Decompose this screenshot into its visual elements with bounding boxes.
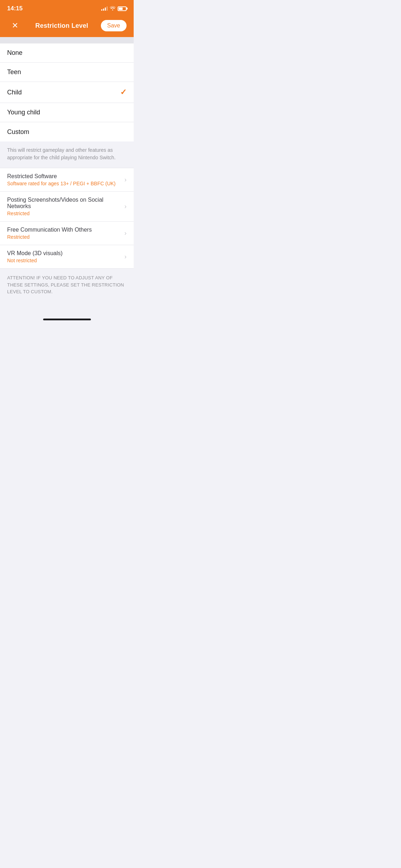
settings-item-free-communication-title: Free Communication With Others (7, 227, 121, 233)
description-box: This will restrict gameplay and other fe… (0, 141, 134, 168)
battery-icon (118, 6, 127, 11)
list-item-none-label: None (7, 49, 22, 57)
status-icons (101, 6, 127, 11)
attention-text: ATTENTION! If you need to adjust any of … (7, 274, 127, 295)
settings-item-vr-mode-content: VR Mode (3D visuals) Not restricted (7, 250, 121, 263)
settings-item-posting-screenshots-title: Posting Screenshots/Videos on Social Net… (7, 197, 121, 210)
settings-item-vr-mode[interactable]: VR Mode (3D visuals) Not restricted › (0, 245, 134, 269)
top-separator (0, 37, 134, 43)
list-item-young-child[interactable]: Young child (0, 103, 134, 122)
page-title: Restriction Level (35, 22, 88, 30)
settings-item-restricted-software-title: Restricted Software (7, 173, 121, 180)
list-item-custom[interactable]: Custom (0, 122, 134, 141)
settings-item-posting-screenshots-subtitle: Restricted (7, 211, 121, 216)
signal-icon (101, 6, 108, 11)
checkmark-icon: ✓ (120, 88, 127, 97)
settings-item-restricted-software-content: Restricted Software Software rated for a… (7, 173, 121, 186)
save-button[interactable]: Save (101, 20, 127, 31)
list-item-custom-label: Custom (7, 128, 29, 136)
settings-item-vr-mode-subtitle: Not restricted (7, 258, 121, 263)
settings-item-free-communication-content: Free Communication With Others Restricte… (7, 227, 121, 240)
home-indicator-area (0, 303, 134, 324)
chevron-icon: › (124, 229, 127, 237)
status-time: 14:15 (7, 5, 22, 12)
chevron-icon: › (124, 253, 127, 260)
list-item-child[interactable]: Child ✓ (0, 82, 134, 103)
close-button[interactable]: ✕ (7, 18, 23, 33)
list-item-child-label: Child (7, 89, 22, 96)
settings-item-restricted-software[interactable]: Restricted Software Software rated for a… (0, 168, 134, 192)
restriction-level-list: None Teen Child ✓ Young child Custom (0, 43, 134, 141)
settings-item-restricted-software-subtitle: Software rated for ages 13+ / PEGI + BBF… (7, 181, 121, 186)
attention-box: ATTENTION! If you need to adjust any of … (0, 269, 134, 303)
list-item-none[interactable]: None (0, 43, 134, 63)
list-item-young-child-label: Young child (7, 109, 40, 116)
chevron-icon: › (124, 203, 127, 210)
list-item-teen[interactable]: Teen (0, 63, 134, 82)
nav-bar: ✕ Restriction Level Save (0, 16, 134, 37)
settings-item-free-communication[interactable]: Free Communication With Others Restricte… (0, 222, 134, 245)
home-indicator (43, 319, 91, 320)
settings-item-posting-screenshots-content: Posting Screenshots/Videos on Social Net… (7, 197, 121, 216)
settings-item-free-communication-subtitle: Restricted (7, 234, 121, 240)
wifi-icon (110, 6, 115, 11)
settings-item-posting-screenshots[interactable]: Posting Screenshots/Videos on Social Net… (0, 192, 134, 222)
description-text: This will restrict gameplay and other fe… (7, 146, 127, 161)
settings-item-vr-mode-title: VR Mode (3D visuals) (7, 250, 121, 257)
settings-section: Restricted Software Software rated for a… (0, 168, 134, 269)
list-item-teen-label: Teen (7, 68, 21, 76)
status-bar: 14:15 (0, 0, 134, 16)
chevron-icon: › (124, 176, 127, 184)
